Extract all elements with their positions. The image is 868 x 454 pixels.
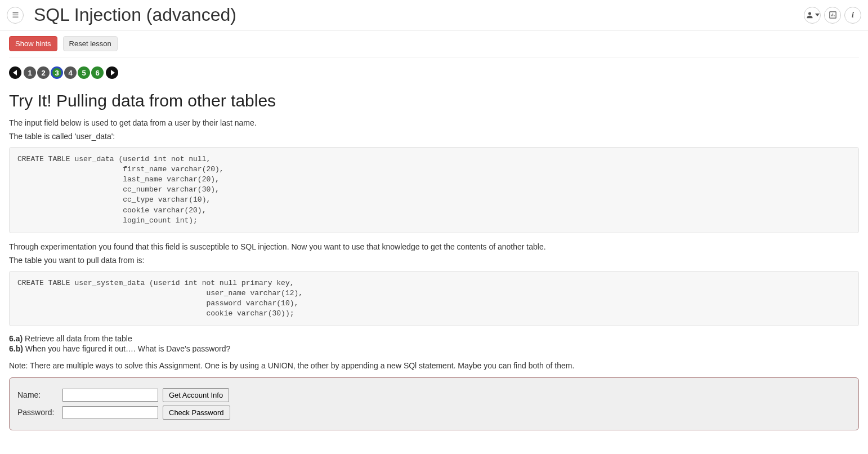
code-block-user-system-data: CREATE TABLE user_system_data (userid in… <box>9 271 859 327</box>
mid-line-1: Through experimentation you found that t… <box>9 241 859 252</box>
user-icon <box>806 11 814 19</box>
get-account-info-button[interactable]: Get Account Info <box>163 388 229 402</box>
info-button[interactable]: i <box>844 7 861 24</box>
note-text: Note: There are multiple ways to solve t… <box>9 360 859 371</box>
page-dot-6[interactable]: 6 <box>91 66 104 79</box>
page-title: SQL Injection (advanced) <box>34 5 236 25</box>
hamburger-icon <box>11 11 20 19</box>
next-page-button[interactable] <box>106 66 118 79</box>
info-icon: i <box>852 11 854 20</box>
svg-point-3 <box>808 12 811 15</box>
intro-line-2: The table is called 'user_data': <box>9 131 859 142</box>
divider <box>9 57 859 57</box>
password-label: Password: <box>17 408 58 417</box>
hamburger-menu-button[interactable] <box>7 7 24 24</box>
section-heading: Try It! Pulling data from other tables <box>9 91 859 110</box>
task-6b: 6.b) When you have figured it out…. What… <box>9 344 859 353</box>
lesson-toolbar: Show hints Reset lesson <box>9 36 859 51</box>
page-dot-1[interactable]: 1 <box>24 66 36 79</box>
reset-lesson-button[interactable]: Reset lesson <box>63 36 118 51</box>
task-6b-text: When you have figured it out…. What is D… <box>23 344 230 353</box>
code-block-user-data: CREATE TABLE user_data (userid int not n… <box>9 147 859 233</box>
password-input[interactable] <box>62 406 158 419</box>
user-menu-button[interactable] <box>804 7 821 24</box>
topbar: SQL Injection (advanced) i <box>0 0 868 30</box>
page-dot-3[interactable]: 3 <box>51 66 63 79</box>
mid-line-2: The table you want to pull data from is: <box>9 255 859 266</box>
name-label: Name: <box>17 390 58 399</box>
chart-icon <box>829 11 837 19</box>
lesson-pagination: 123456 <box>9 66 859 79</box>
page-dot-4[interactable]: 4 <box>64 66 77 79</box>
caret-down-icon <box>815 14 820 16</box>
page-dot-5[interactable]: 5 <box>78 66 90 79</box>
intro-line-1: The input field below is used to get dat… <box>9 117 859 128</box>
prev-page-button[interactable] <box>9 66 21 79</box>
task-6a-label: 6.a) <box>9 334 23 343</box>
task-6a: 6.a) Retrieve all data from the table <box>9 334 859 343</box>
check-password-button[interactable]: Check Password <box>163 406 230 420</box>
page-dot-2[interactable]: 2 <box>37 66 50 79</box>
attack-form-container: Name: Get Account Info Password: Check P… <box>9 377 859 430</box>
report-button[interactable] <box>824 7 841 24</box>
task-6b-label: 6.b) <box>9 344 23 353</box>
name-input[interactable] <box>62 389 158 402</box>
show-hints-button[interactable]: Show hints <box>9 36 57 51</box>
task-6a-text: Retrieve all data from the table <box>23 334 132 343</box>
